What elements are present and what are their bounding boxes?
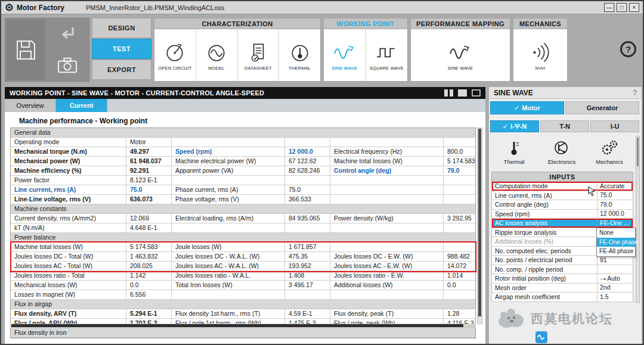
input-value[interactable]: 75.0: [597, 191, 633, 200]
toolbar-item-nvh[interactable]: NVH: [513, 29, 567, 81]
save-button[interactable]: [7, 20, 45, 80]
table-label: Electrical loading, rms (A/m): [172, 214, 285, 223]
toolbar-item-square-wave[interactable]: SQUARE WAVE: [366, 29, 408, 81]
toolbar-item-pm-sine-wave[interactable]: SINE WAVE: [411, 29, 510, 81]
input-row-no-points-electrical-period[interactable]: No. points / electrical period91: [492, 256, 633, 265]
input-row-speed-rpm[interactable]: Speed (rpm)12 000.0: [492, 210, 633, 219]
toolbar-item-sine-wave[interactable]: SINE WAVE: [324, 29, 366, 81]
dropdown-option[interactable]: None: [597, 228, 635, 238]
input-label: No. points / electrical period: [492, 256, 597, 265]
input-row-mesh-order[interactable]: Mesh order2nd: [492, 284, 633, 293]
table-label: Mechanical torque (N.m): [11, 147, 126, 157]
tab-t-n[interactable]: T-N: [540, 120, 589, 132]
dropdown-option[interactable]: FE-One phase: [597, 238, 635, 247]
toolbar-item-label: NVH: [535, 66, 545, 71]
table-value: 988.482: [444, 252, 475, 262]
table-value: 5.294 E-1: [126, 309, 172, 319]
table-row: Current density, rms (A/mm2)12.069Electr…: [11, 214, 475, 223]
maximize-button[interactable]: □: [617, 3, 627, 12]
table-value: [285, 223, 330, 233]
layout-split-icon[interactable]: [444, 89, 453, 97]
table-value: 475.35: [285, 252, 330, 262]
input-label: No. comp. / ripple period: [492, 265, 597, 274]
domain-label: Thermal: [504, 158, 525, 165]
input-row-no-comp-ripple-period[interactable]: No. comp. / ripple period: [492, 265, 633, 275]
vertical-scrollbar[interactable]: [477, 128, 482, 324]
domain-mechanics[interactable]: Mechanics: [586, 135, 633, 169]
restore-arrow-button[interactable]: [47, 20, 88, 49]
toolbar-item-thermal[interactable]: THERMAL: [279, 29, 320, 81]
table-value: 800.0: [444, 147, 475, 157]
panel-help-icon[interactable]: ?: [633, 89, 637, 97]
model-icon: [206, 42, 227, 63]
input-label: Line current, rms (A): [492, 191, 597, 200]
layout-filled-icon[interactable]: [458, 89, 467, 97]
table-value: [444, 195, 475, 204]
vertical-scrollbar-thumb[interactable]: [478, 129, 481, 316]
export-button[interactable]: EXPORT: [92, 60, 151, 80]
input-row-computation-mode[interactable]: Computation modeAccurate: [492, 182, 633, 191]
table-label: Joule losses (W): [172, 243, 285, 252]
check-icon: ✓: [514, 104, 519, 112]
tab-current[interactable]: Current: [56, 99, 107, 112]
tab-generator[interactable]: Generator: [565, 101, 639, 114]
tab-i-u[interactable]: I-U: [590, 120, 639, 132]
table-value: 12 000.0: [285, 147, 330, 157]
table-label: kT (N.m/A): [11, 223, 126, 233]
design-button[interactable]: DESIGN: [92, 18, 151, 38]
panel-scrollbar[interactable]: [636, 136, 640, 303]
input-value[interactable]: [597, 265, 633, 274]
test-button[interactable]: TEST: [92, 39, 151, 59]
dropdown-option[interactable]: FE-All phase: [597, 247, 635, 256]
layout-outline-icon[interactable]: [472, 89, 481, 97]
input-row-control-angle-deg[interactable]: Control angle (deg)79.0: [492, 200, 633, 210]
input-value[interactable]: 12 000.0: [597, 210, 633, 219]
toolbar-item-datasheet[interactable]: DATASHEET: [238, 29, 280, 81]
toolbar-item-open-circuit[interactable]: OPEN CIRCUIT: [154, 29, 196, 81]
input-value[interactable]: —●Auto: [597, 274, 633, 283]
panel-scrollbar-thumb[interactable]: [637, 138, 639, 166]
input-row-line-current-rms-a[interactable]: Line current, rms (A)75.0: [492, 191, 633, 201]
table-label: [330, 223, 444, 233]
input-value[interactable]: 79.0: [597, 200, 633, 209]
horizontal-scrollbar-thumb[interactable]: [11, 324, 463, 327]
domain-label: Mechanics: [596, 158, 623, 165]
domain-thermal[interactable]: Thermal: [490, 135, 538, 169]
close-button[interactable]: ×: [629, 3, 639, 12]
table-label: Power factor: [11, 176, 126, 185]
tab-overview[interactable]: Overview: [5, 99, 56, 112]
toolbar-item-model[interactable]: MODEL: [196, 29, 238, 81]
table-value: 4.59 E-1: [285, 309, 330, 319]
panel-title: SINE WAVE: [494, 89, 633, 97]
table-label: Mechanical losses (W): [11, 281, 126, 290]
input-value[interactable]: 91: [597, 256, 633, 265]
horizontal-scrollbar[interactable]: [10, 324, 476, 328]
input-value[interactable]: FE-One ...: [597, 219, 633, 228]
domain-electronics[interactable]: Electronics: [538, 135, 586, 169]
tab-motor[interactable]: ✓ Motor: [490, 101, 564, 114]
table-label: Power density (W/kg): [330, 214, 444, 223]
help-button[interactable]: ?: [620, 41, 636, 57]
input-value[interactable]: 2nd: [597, 284, 633, 293]
table-value: 1 671.857: [285, 243, 330, 252]
toolbar-item-label: SINE WAVE: [448, 66, 473, 71]
input-value[interactable]: 1.5: [597, 293, 633, 302]
input-value[interactable]: Accurate: [597, 182, 633, 191]
minimize-button[interactable]: —: [604, 3, 614, 12]
table-label: Phase voltage, rms (V): [172, 195, 285, 204]
group-working-point: WORKING POINT SINE WAVE SQUARE WAVE: [323, 18, 408, 82]
input-row-ac-losses-analysis[interactable]: AC losses analysisFE-One ...: [492, 219, 633, 228]
tab-i-psi-n[interactable]: ✓ I-Ψ-N: [490, 120, 539, 132]
thermometer-icon: [506, 139, 522, 156]
table-label: Joules losses ratio - Total: [11, 271, 126, 281]
working-point-header: WORKING POINT - SINE WAVE - MOTOR - CURR…: [5, 87, 485, 99]
table-row: Losses in magnet (W)6.556: [11, 290, 475, 300]
input-row-airgap-mesh-coefficient[interactable]: Airgap mesh coefficient1.5: [492, 293, 633, 302]
table-label: Speed (rpm): [172, 147, 285, 157]
input-row-rotor-initial-position-deg[interactable]: Rotor initial position (deg)—●Auto: [492, 274, 633, 284]
table-row: Mechanical torque (N.m)49.297Speed (rpm)…: [11, 147, 475, 157]
domain-selector: Thermal Electronics Mechanics: [490, 135, 633, 169]
datasheet-icon: [247, 42, 269, 63]
snapshot-button[interactable]: [47, 50, 88, 80]
table-value: [444, 138, 475, 147]
